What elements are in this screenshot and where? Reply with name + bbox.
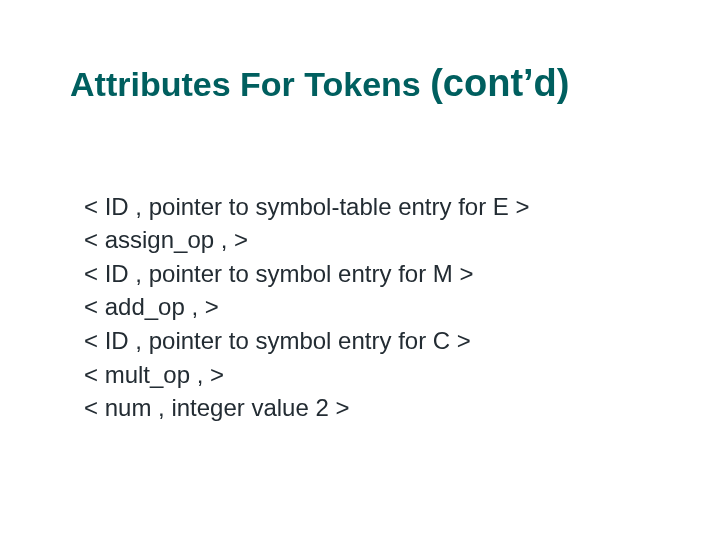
list-item: < assign_op , > <box>84 223 660 257</box>
list-item: < ID , pointer to symbol-table entry for… <box>84 190 660 224</box>
slide-title: Attributes For Tokens (cont’d) <box>70 62 660 106</box>
slide: Attributes For Tokens (cont’d) < ID , po… <box>0 0 720 540</box>
slide-title-contd: (cont’d) <box>430 62 569 104</box>
list-item: < num , integer value 2 > <box>84 391 660 425</box>
list-item: < ID , pointer to symbol entry for C > <box>84 324 660 358</box>
list-item: < mult_op , > <box>84 358 660 392</box>
list-item: < add_op , > <box>84 290 660 324</box>
token-attribute-list: < ID , pointer to symbol-table entry for… <box>84 190 660 425</box>
slide-title-main: Attributes For Tokens <box>70 65 421 103</box>
list-item: < ID , pointer to symbol entry for M > <box>84 257 660 291</box>
